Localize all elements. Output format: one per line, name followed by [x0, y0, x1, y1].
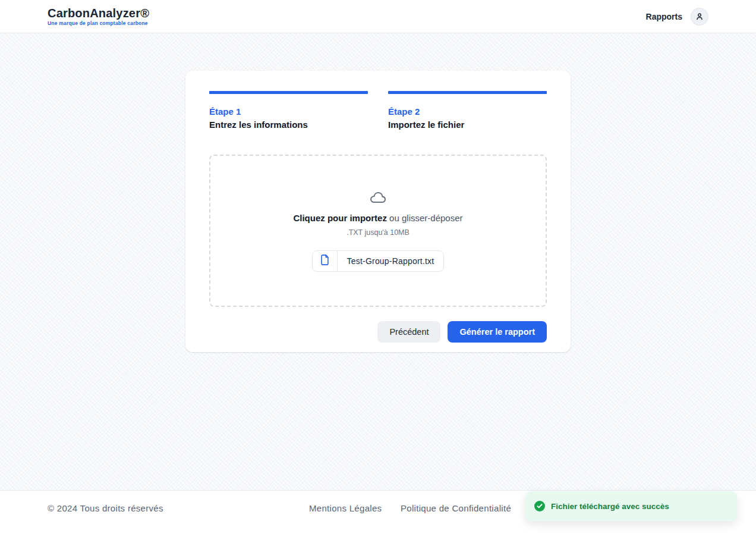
brand-tagline: Une marque de plan comptable carbone: [48, 20, 149, 26]
dropzone-hint: .TXT jusqu'à 10MB: [346, 228, 410, 237]
step-1-progress-bar: [209, 91, 368, 94]
brand-logo[interactable]: CarbonAnalyzer® Une marque de plan compt…: [48, 7, 149, 26]
user-icon: [695, 12, 704, 21]
dropzone-cta: Cliquez pour importez ou glisser-déposer: [293, 213, 462, 223]
success-toast: Fichier téléchargé avec succès: [525, 491, 737, 521]
step-1: Étape 1 Entrez les informations: [209, 91, 368, 130]
uploaded-file-chip[interactable]: Test-Group-Rapport.txt: [312, 250, 445, 272]
copyright-text: © 2024 Tous droits réservés: [48, 503, 163, 513]
wizard-actions: Précédent Générer le rapport: [209, 321, 547, 343]
step-2-label: Étape 2: [388, 106, 547, 117]
previous-button[interactable]: Précédent: [377, 321, 440, 343]
header-nav: Rapports: [646, 8, 708, 26]
step-2: Étape 2 Importez le fichier: [388, 91, 547, 130]
file-icon-cell: [313, 251, 338, 271]
step-1-description: Entrez les informations: [209, 119, 368, 130]
dropzone-cta-bold: Cliquez pour importez: [293, 213, 387, 223]
dropzone-cta-rest: ou glisser-déposer: [387, 213, 463, 223]
file-icon: [320, 255, 329, 268]
user-avatar-button[interactable]: [691, 8, 708, 26]
success-toast-message: Fichier téléchargé avec succès: [551, 502, 669, 511]
step-indicator: Étape 1 Entrez les informations Étape 2 …: [209, 91, 547, 130]
upload-cloud-icon: [369, 190, 387, 206]
success-check-icon: [534, 501, 545, 511]
wizard-card: Étape 1 Entrez les informations Étape 2 …: [185, 71, 571, 352]
step-2-progress-bar: [388, 91, 547, 94]
uploaded-file-name: Test-Group-Rapport.txt: [338, 251, 444, 271]
brand-title: CarbonAnalyzer®: [48, 7, 149, 20]
generate-report-button[interactable]: Générer le rapport: [448, 321, 547, 343]
app-header: CarbonAnalyzer® Une marque de plan compt…: [0, 0, 756, 33]
nav-link-rapports[interactable]: Rapports: [646, 12, 682, 21]
page-background: Étape 1 Entrez les informations Étape 2 …: [0, 33, 756, 490]
footer-link-politique-confidentialite[interactable]: Politique de Confidentialité: [401, 503, 511, 513]
file-dropzone[interactable]: Cliquez pour importez ou glisser-déposer…: [209, 155, 547, 307]
step-1-label: Étape 1: [209, 106, 368, 117]
footer-link-mentions-legales[interactable]: Mentions Légales: [309, 503, 382, 513]
step-2-description: Importez le fichier: [388, 119, 547, 130]
